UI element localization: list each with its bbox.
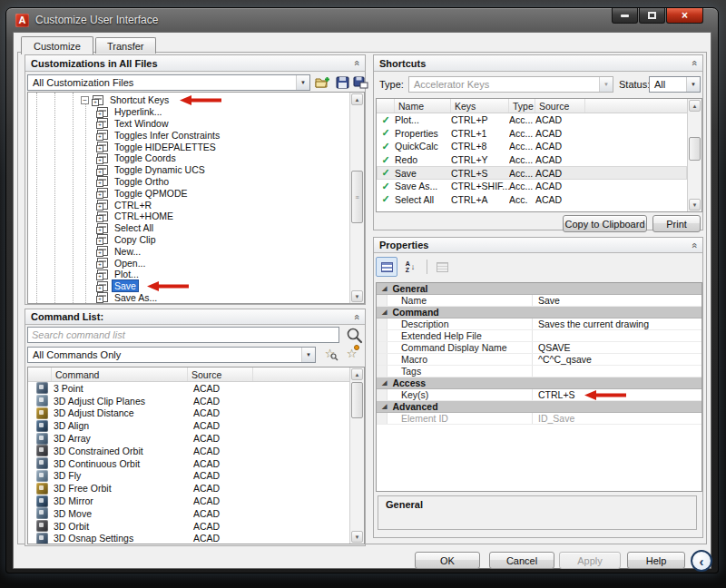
categorized-view-button[interactable] — [376, 257, 397, 277]
collapse-dialog-button[interactable]: ‹ — [691, 550, 712, 572]
tree-item-ctrl-r[interactable]: CTRL+R — [28, 199, 349, 211]
dropdown-arrow-icon[interactable]: ▼ — [301, 348, 315, 362]
shortcut-row-save-as[interactable]: ✓Save As...CTRL+SHIF...Acc...ACAD — [377, 180, 687, 193]
print-button[interactable]: Print — [652, 215, 701, 232]
tab-transfer[interactable]: Transfer — [95, 37, 156, 54]
collapse-chevron-icon[interactable]: « — [689, 242, 699, 248]
tree-item-toggle-hidepalettes[interactable]: Toggle HIDEPALETTES — [28, 141, 349, 152]
category-expand-triangle-icon[interactable]: ◢ — [382, 309, 387, 316]
tree-item-toggle-qpmode[interactable]: Toggle QPMODE — [28, 187, 349, 199]
name-column-header[interactable]: Name — [395, 99, 451, 113]
minimize-button[interactable] — [612, 8, 638, 24]
property-row-name[interactable]: NameSave — [377, 295, 701, 307]
property-category-general[interactable]: ◢General — [377, 283, 701, 295]
property-row-description[interactable]: DescriptionSaves the current drawing — [377, 318, 701, 330]
customization-files-dropdown[interactable]: All Customization Files ▼ — [27, 74, 310, 91]
category-expand-triangle-icon[interactable]: ◢ — [382, 403, 387, 410]
search-command-input[interactable] — [27, 327, 339, 343]
command-list-header[interactable]: Command List: « — [25, 309, 365, 325]
collapse-chevron-icon[interactable]: « — [351, 60, 361, 65]
tree-item-open[interactable]: Open... — [28, 257, 349, 269]
command-table-scrollbar[interactable]: ▲ ▼ — [349, 368, 364, 544]
shortcuts-table-header[interactable]: Name Keys Type Source — [377, 99, 687, 113]
tree-item-save-as[interactable]: Save As... — [28, 292, 349, 304]
command-column-header[interactable]: Command — [52, 368, 188, 381]
source-column-header[interactable]: Source — [188, 368, 253, 381]
command-row-3d-free-orbit[interactable]: 3D Free OrbitACAD — [28, 482, 349, 495]
command-row-3d-mirror[interactable]: 3D MirrorACAD — [28, 495, 349, 507]
customizations-header[interactable]: Customizations in All Files « — [25, 55, 365, 72]
ok-button[interactable]: OK — [415, 552, 480, 569]
cancel-button[interactable]: Cancel — [489, 552, 554, 569]
scroll-down-icon[interactable]: ▼ — [689, 199, 701, 211]
command-row-3d-continuous-orbit[interactable]: 3D Continuous OrbitACAD — [28, 457, 349, 470]
command-row-3-point[interactable]: 3 PointACAD — [28, 382, 349, 395]
type-dropdown[interactable]: Accelerator Keys ▼ — [408, 76, 613, 93]
command-row-3d-fly[interactable]: 3D FlyACAD — [28, 470, 349, 483]
tree-item-plot[interactable]: Plot... — [28, 269, 349, 280]
property-row-command-display-name[interactable]: Command Display NameQSAVE — [377, 342, 701, 354]
shortcut-row-quickcalc[interactable]: ✓QuickCalcCTRL+8Acc...ACAD — [377, 140, 687, 153]
property-pages-button[interactable] — [431, 257, 453, 277]
property-value-cell[interactable]: ^C^C_qsave — [533, 354, 592, 365]
shortcut-row-plot[interactable]: ✓Plot...CTRL+PAcc...ACAD — [377, 113, 687, 127]
property-row-key-s[interactable]: Key(s)CTRL+S — [377, 389, 701, 401]
tree-item-copy-clip[interactable]: Copy Clip — [28, 234, 349, 246]
property-row-element-id[interactable]: Element IDID_Save — [377, 413, 701, 425]
expander-minus-icon[interactable]: − — [81, 96, 89, 104]
tree-item-ctrl-home[interactable]: CTRL+HOME — [28, 211, 349, 222]
property-category-command[interactable]: ◢Command — [377, 307, 701, 318]
command-scrollbar-thumb[interactable] — [351, 382, 363, 418]
tree-scrollbar[interactable]: ▲ ≡ ▼ — [349, 93, 364, 303]
new-command-button[interactable]: ☆ — [343, 346, 360, 361]
load-customization-file-button[interactable] — [314, 74, 331, 90]
shortcut-row-select-all[interactable]: ✓Select AllCTRL+AAcc.ACAD — [377, 193, 687, 207]
tab-customize[interactable]: Customize — [21, 36, 93, 54]
dropdown-arrow-icon[interactable]: ▼ — [296, 75, 309, 90]
tree-item-toggle-dynamic-ucs[interactable]: Toggle Dynamic UCS — [28, 164, 349, 176]
property-row-extended-help-file[interactable]: Extended Help File — [377, 330, 701, 342]
tree-item-new[interactable]: New... — [28, 245, 349, 257]
alphabetical-sort-button[interactable]: AZ ↓ — [399, 257, 421, 277]
title-bar[interactable]: A Customize User Interface × — [6, 8, 718, 32]
collapse-chevron-icon[interactable]: « — [351, 314, 361, 319]
command-filter-dropdown[interactable]: All Commands Only ▼ — [27, 347, 316, 363]
tree-item-select-all[interactable]: Select All — [28, 222, 349, 234]
maximize-button[interactable] — [639, 8, 665, 24]
tree-item-toggle-coords[interactable]: Toggle Coords — [28, 152, 349, 164]
scroll-up-icon[interactable]: ▲ — [351, 368, 363, 380]
command-row-3d-orbit[interactable]: 3D OrbitACAD — [28, 520, 349, 533]
tree-item-text-window[interactable]: Text Window — [28, 118, 349, 130]
scroll-down-icon[interactable]: ▼ — [351, 290, 363, 302]
scroll-up-icon[interactable]: ▲ — [689, 100, 701, 112]
property-row-tags[interactable]: Tags — [377, 366, 701, 377]
scroll-up-icon[interactable]: ▲ — [351, 93, 363, 105]
command-row-3d-constrained-orbit[interactable]: 3D Constrained OrbitACAD — [28, 445, 349, 457]
find-command-button[interactable]: ☆ — [321, 346, 338, 361]
command-row-3d-array[interactable]: 3D ArrayACAD — [28, 432, 349, 445]
help-button[interactable]: Help — [627, 552, 685, 569]
command-row-3d-adjust-clip-planes[interactable]: 3D Adjust Clip PlanesACAD — [28, 395, 349, 407]
property-value-cell[interactable]: ID_Save — [533, 413, 574, 424]
category-expand-triangle-icon[interactable]: ◢ — [382, 285, 387, 292]
command-row-3d-align[interactable]: 3D AlignACAD — [28, 419, 349, 432]
property-category-access[interactable]: ◢Access — [377, 377, 701, 389]
property-category-advanced[interactable]: ◢Advanced — [377, 401, 701, 413]
apply-button[interactable]: Apply — [559, 552, 621, 569]
source-column-header[interactable]: Source — [535, 99, 585, 113]
property-value-cell[interactable]: Save — [533, 295, 560, 306]
status-dropdown[interactable]: All ▼ — [649, 76, 701, 93]
save-customization-file-button[interactable] — [334, 74, 351, 90]
type-column-header[interactable]: Type — [509, 99, 535, 113]
tree-item-shortcut-keys[interactable]: −Shortcut Keys — [28, 94, 349, 106]
search-icon[interactable] — [343, 325, 365, 345]
command-row-3d-move[interactable]: 3D MoveACAD — [28, 507, 349, 520]
shortcuts-scrollbar[interactable]: ▲ ▼ — [687, 99, 701, 211]
copy-to-clipboard-button[interactable]: Copy to Clipboard — [563, 215, 647, 232]
tree-scrollbar-thumb[interactable]: ≡ — [351, 171, 363, 223]
shortcut-row-properties[interactable]: ✓PropertiesCTRL+1Acc...ACAD — [377, 127, 687, 141]
tree-item-hyperlink[interactable]: Hyperlink... — [28, 106, 349, 118]
shortcuts-scrollbar-thumb[interactable] — [689, 137, 701, 161]
properties-header[interactable]: Properties « — [374, 238, 702, 253]
command-row-3d-osnap-settings[interactable]: 3D Osnap SettingsACAD — [28, 533, 349, 544]
